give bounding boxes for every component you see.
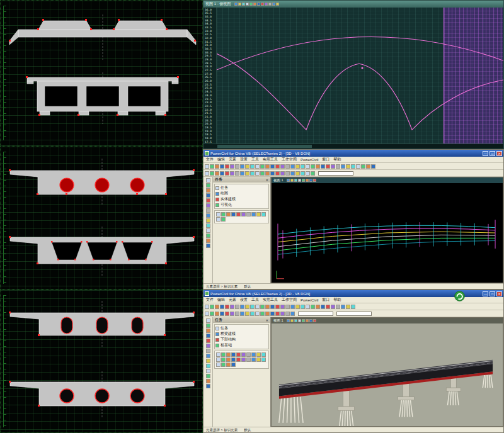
title-bar[interactable]: PowerCivil for China V8i (SELECTseries 2… xyxy=(203,150,503,157)
toolbar-icon[interactable] xyxy=(306,319,309,322)
toolbar-icon[interactable] xyxy=(226,352,231,357)
toolbar-icon[interactable] xyxy=(276,3,279,6)
toolbar-icon[interactable] xyxy=(236,212,241,216)
toolbar-icon[interactable] xyxy=(226,212,231,216)
toolbar-icon[interactable] xyxy=(206,193,210,198)
toolbar-icon[interactable] xyxy=(206,188,210,193)
toolbar-icon[interactable] xyxy=(235,171,239,176)
toolbar-icon[interactable] xyxy=(294,319,297,322)
toolbar-icon[interactable] xyxy=(311,164,315,169)
toolbar-icon[interactable] xyxy=(220,305,224,309)
toolbar-icon[interactable] xyxy=(285,305,290,309)
toolbar-icon[interactable] xyxy=(341,305,345,309)
toolbar-icon[interactable] xyxy=(270,171,275,176)
task-item[interactable]: 可视化 xyxy=(215,202,268,208)
toolbar-icon[interactable] xyxy=(260,312,265,316)
toolbar-icon[interactable] xyxy=(230,164,234,169)
toolbar-icon[interactable] xyxy=(240,171,244,176)
toolbar-icon[interactable] xyxy=(316,164,320,169)
toolbar-icon[interactable] xyxy=(206,218,210,223)
toolbar-icon[interactable] xyxy=(210,312,214,316)
profile-plot[interactable] xyxy=(217,8,503,143)
toolbar-icon[interactable] xyxy=(260,171,265,176)
toolbar-icon[interactable] xyxy=(255,164,260,169)
menu-item[interactable]: 设置 xyxy=(240,157,248,162)
menu-item[interactable]: 工具 xyxy=(251,297,259,303)
toolbar-icon[interactable] xyxy=(205,305,209,309)
toolbar-icon[interactable] xyxy=(230,305,234,309)
toolbar-icon[interactable] xyxy=(250,164,255,169)
toolbar-icon[interactable] xyxy=(250,171,255,176)
toolbar-icon[interactable] xyxy=(351,164,355,169)
toolbar-icon[interactable] xyxy=(321,164,325,169)
menu-item[interactable]: 实用工具 xyxy=(263,297,278,303)
toolbar-icon[interactable] xyxy=(255,171,260,176)
toolbar-icon[interactable] xyxy=(241,357,246,362)
toolbar-icon[interactable] xyxy=(294,179,297,182)
menu-item[interactable]: 实用工具 xyxy=(263,157,278,162)
viewport-3d-rendered[interactable]: 视图 1 xyxy=(271,317,503,427)
toolbar-icon[interactable] xyxy=(351,305,355,309)
toolbar-icon[interactable] xyxy=(245,171,249,176)
toolbar-icon[interactable] xyxy=(302,319,305,322)
close-icon[interactable]: ✕ xyxy=(266,318,268,322)
toolbar-icon[interactable] xyxy=(210,164,214,169)
toolbar-icon[interactable] xyxy=(290,164,295,169)
task-item[interactable]: 实体建模 xyxy=(215,196,268,202)
toolbar-icon[interactable] xyxy=(290,171,295,176)
toolbar-icon[interactable] xyxy=(260,164,265,169)
close-button[interactable]: ✕ xyxy=(496,151,502,156)
toolbar-icon[interactable] xyxy=(238,3,241,6)
toolbar-icon[interactable] xyxy=(216,212,220,216)
toolbar-icon[interactable] xyxy=(220,164,224,169)
menu-item[interactable]: 窗口 xyxy=(322,157,329,162)
toolbar-icon[interactable] xyxy=(336,164,340,169)
toolbar-icon[interactable] xyxy=(245,312,249,316)
toolbar-icon[interactable] xyxy=(326,305,330,309)
toolbar-icon[interactable] xyxy=(235,305,239,309)
toolbar-icon[interactable] xyxy=(265,164,270,169)
toolbar-icon[interactable] xyxy=(265,3,268,6)
toolbar-icon[interactable] xyxy=(206,223,210,228)
toolbar-icon[interactable] xyxy=(215,305,219,309)
toolbar-icon[interactable] xyxy=(206,203,210,208)
toolbar-icon[interactable] xyxy=(216,357,220,362)
toolbar-icon[interactable] xyxy=(275,305,280,309)
toolbar-icon[interactable] xyxy=(206,244,210,248)
minimize-button[interactable]: — xyxy=(483,151,488,156)
close-button[interactable]: ✕ xyxy=(496,291,502,296)
horizontal-scrollbar[interactable] xyxy=(203,143,503,149)
toolbar-icon[interactable] xyxy=(206,369,210,373)
toolbar-icon[interactable] xyxy=(221,357,226,362)
toolbar-icon[interactable] xyxy=(346,164,350,169)
toolbar-icon[interactable] xyxy=(206,228,210,233)
toolbar-icon[interactable] xyxy=(275,312,280,316)
toolbar-icon[interactable] xyxy=(356,164,360,169)
task-item[interactable]: 下部结构 xyxy=(215,337,268,342)
toolbar-icon[interactable] xyxy=(270,305,275,309)
toolbar-icon[interactable] xyxy=(231,212,236,216)
toolbar-icon[interactable] xyxy=(221,212,226,216)
menu-item[interactable]: 文件 xyxy=(206,157,214,162)
menu-item[interactable]: 元素 xyxy=(229,297,236,303)
toolbar-icon[interactable] xyxy=(206,379,210,383)
toolbar-icon[interactable] xyxy=(246,212,251,216)
toolbar-icon[interactable] xyxy=(206,344,210,348)
toolbar-icon[interactable] xyxy=(280,305,285,309)
toolbar-icon[interactable] xyxy=(206,374,210,378)
toolbar-icon[interactable] xyxy=(336,305,340,309)
toolbar-icon[interactable] xyxy=(261,212,266,216)
toolbar-icon[interactable] xyxy=(206,329,210,333)
toolbar-icon[interactable] xyxy=(231,363,236,367)
toolbar-icon[interactable] xyxy=(206,323,210,328)
toolbar-icon[interactable] xyxy=(251,357,256,362)
toolbar-icon[interactable] xyxy=(234,3,238,6)
toolbar-icon[interactable] xyxy=(261,357,266,362)
toolbar-icon[interactable] xyxy=(311,305,315,309)
toolbar-icon[interactable] xyxy=(298,319,301,322)
viewport-3d-wireframe[interactable]: 视图 1 xyxy=(271,177,503,283)
toolbar-icon[interactable] xyxy=(285,171,290,176)
toolbar-icon[interactable] xyxy=(246,352,251,357)
toolbar-icon[interactable] xyxy=(321,305,325,309)
toolbar-icon[interactable] xyxy=(346,305,350,309)
